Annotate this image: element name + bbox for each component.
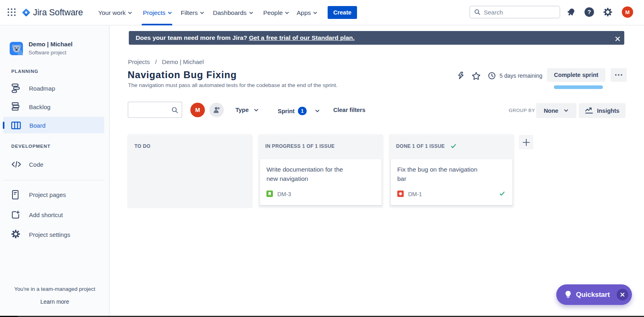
svg-text:?: ? [588, 9, 591, 15]
